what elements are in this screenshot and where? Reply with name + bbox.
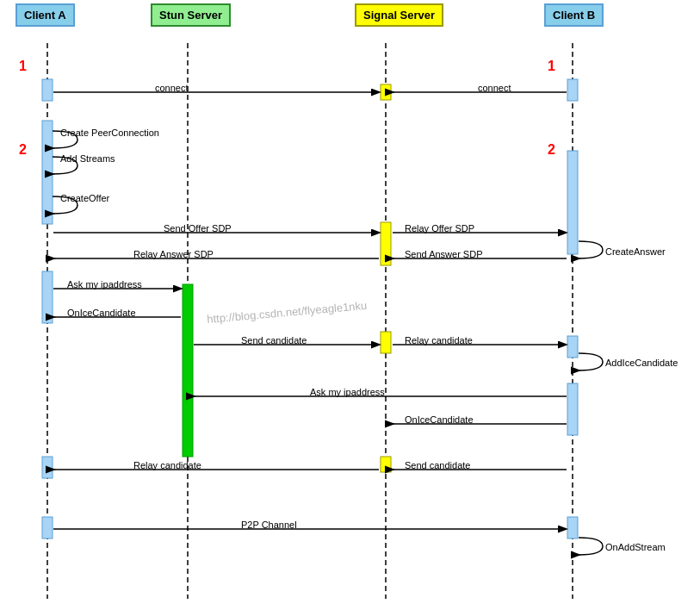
- svg-rect-13: [381, 457, 391, 472]
- label-send-candidate-2: Send candidate: [405, 460, 470, 470]
- svg-rect-5: [42, 121, 53, 224]
- label-onice-candidate-2: OnIceCandidate: [405, 414, 474, 425]
- step-1-right: 1: [548, 59, 555, 74]
- sequence-diagram: Client A Stun Server Signal Server Clien…: [0, 0, 700, 610]
- label-connect-left: connect: [155, 83, 189, 93]
- label-relay-candidate-2: Relay candidate: [133, 460, 201, 470]
- svg-rect-18: [567, 517, 578, 538]
- label-onice-candidate-1: OnIceCandidate: [67, 308, 136, 318]
- svg-rect-7: [42, 457, 53, 478]
- svg-rect-9: [183, 284, 193, 457]
- label-relay-candidate-1: Relay candidate: [405, 335, 473, 345]
- svg-rect-8: [42, 517, 53, 538]
- actor-signalServer: Signal Server: [355, 3, 443, 27]
- svg-rect-15: [567, 151, 578, 254]
- step-2-right: 2: [548, 142, 555, 158]
- actor-clientA: Client A: [15, 3, 75, 27]
- label-create-offer: CreateOffer: [60, 193, 109, 203]
- step-1-left: 1: [19, 59, 27, 74]
- label-send-offer-sdp: Send Offer SDP: [164, 223, 232, 233]
- label-ask-ipaddress-1: Ask my ipaddress: [67, 279, 142, 289]
- label-add-streams: Add Streams: [60, 153, 115, 164]
- step-2-left: 2: [19, 142, 27, 158]
- label-relay-offer-sdp: Relay Offer SDP: [405, 223, 474, 233]
- svg-rect-14: [567, 79, 578, 101]
- svg-rect-16: [567, 336, 578, 358]
- svg-rect-11: [381, 222, 391, 265]
- label-create-answer: CreateAnswer: [605, 246, 666, 257]
- svg-rect-6: [42, 271, 53, 323]
- label-p2p-channel: P2P Channel: [241, 520, 297, 530]
- label-send-answer-sdp: Send Answer SDP: [405, 249, 483, 259]
- watermark: http://blog.csdn.net/flyeagle1nku: [207, 299, 368, 326]
- label-ask-ipaddress-2: Ask my ipaddress: [310, 387, 385, 397]
- actor-clientB: Client B: [544, 3, 604, 27]
- svg-rect-10: [381, 84, 391, 100]
- label-connect-right: connect: [478, 83, 511, 93]
- label-add-ice-candidate: AddIceCandidate: [605, 358, 678, 368]
- label-create-peerconn: Create PeerConnection: [60, 128, 159, 138]
- actor-stunServer: Stun Server: [151, 3, 231, 27]
- svg-rect-4: [42, 79, 53, 101]
- label-send-candidate-1: Send candidate: [241, 335, 307, 345]
- label-relay-answer-sdp: Relay Answer SDP: [133, 249, 214, 259]
- label-on-add-stream: OnAddStream: [605, 542, 666, 552]
- svg-rect-17: [567, 383, 578, 435]
- svg-rect-12: [381, 332, 391, 353]
